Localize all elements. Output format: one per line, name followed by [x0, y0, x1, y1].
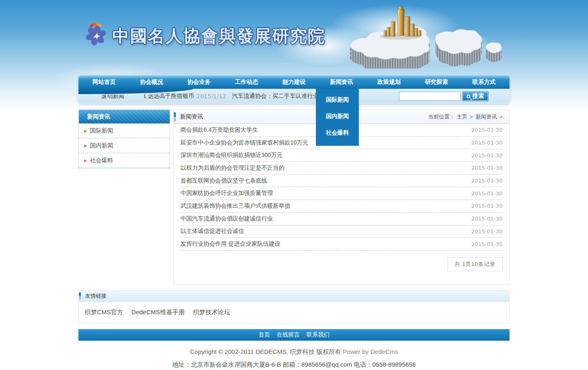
header-banner: 中國名人協會與發展研究院: [78, 0, 510, 75]
breadcrumb-separator: >: [499, 114, 503, 120]
content-area: 新闻资讯 ▶国际新闻 ▶国内新闻 ▶社会爆料 新闻资讯 当前位置：主页>新闻资讯…: [78, 109, 510, 285]
breadcrumb: 当前位置：主页>新闻资讯>: [428, 113, 503, 121]
site-logo-icon: [82, 21, 109, 49]
news-date: 2015-01-30: [471, 241, 503, 247]
sidebar: 新闻资讯 ▶国际新闻 ▶国内新闻 ▶社会爆料: [78, 109, 170, 168]
news-row: 以主体诚信促进社会诚信2015-01-30: [180, 225, 503, 238]
nav-item-research[interactable]: 研究探索: [425, 78, 448, 86]
friendship-links-section: 友情链接 织梦CMS官方 DedeCMS维基手册 织梦技术论坛: [78, 290, 510, 323]
nav-item-business[interactable]: 协会业务: [187, 78, 211, 86]
triangle-bullet-icon: ▶: [84, 159, 87, 163]
news-date: 2015-01-30: [471, 190, 503, 197]
news-date: 2015-01-30: [471, 165, 503, 171]
news-row: 中国汽车流通协会倡议创建诚信行业2015-01-30: [180, 213, 503, 225]
friend-link-dedecms-official[interactable]: 织梦CMS官方: [85, 308, 123, 316]
nav-item-work-trends[interactable]: 工作动态: [235, 78, 258, 86]
triangle-bullet-icon: ▶: [84, 144, 87, 148]
news-date: 2015-01-30: [471, 152, 503, 159]
news-row: 以权力为后盾的协会管理注定是不正当的2015-01-30: [180, 162, 503, 175]
dropdown-item-international-news[interactable]: 国际新闻: [316, 91, 359, 108]
dropdown-item-domestic-news[interactable]: 国内新闻: [316, 108, 359, 124]
nav-item-capacity[interactable]: 能力建设: [282, 78, 306, 86]
news-dropdown-menu: 国际新闻 国内新闻 社会爆料: [316, 89, 359, 146]
news-row: 首都互联网协会倡议坚守七条底线2015-01-30: [180, 175, 503, 187]
friendship-links-title: 友情链接: [85, 292, 107, 300]
news-row: 发挥行业协会作用 促进企业家队伍建设2015-01-30: [180, 238, 503, 251]
news-date: 2015-01-30: [471, 140, 503, 146]
address-line: 地址：北京市新会金水岸国商大厦B-6-B 邮箱：8985656@qq.com 电…: [0, 361, 588, 369]
sidebar-link-international-news[interactable]: ▶国际新闻: [79, 123, 170, 138]
footer-link-guestbook[interactable]: 在线留言: [277, 331, 300, 339]
news-date: 2015-01-30: [471, 203, 503, 209]
sidebar-item-label: 国际新闻: [90, 127, 113, 134]
navigation-container: 网站首页 协会概况 协会业务 工作动态 能力建设 新闻资讯 政策规划 研究探索 …: [78, 75, 510, 103]
sidebar-item-label: 社会爆料: [90, 157, 113, 164]
sidebar-item-domestic-news[interactable]: ▶国内新闻: [79, 138, 170, 153]
breadcrumb-current-link[interactable]: 新闻资讯: [475, 114, 497, 120]
world-map-graphic: [348, 6, 510, 69]
footer-nav-bar: 首页 在线留言 联系我们: [78, 329, 510, 341]
powered-by-text: Power by DedeCms: [343, 348, 398, 355]
footer-link-home[interactable]: 首页: [258, 331, 270, 339]
friendship-links-list: 织梦CMS官方 DedeCMS维基手册 织梦技术论坛: [78, 302, 510, 323]
pagination: 共 1页10条记录: [180, 257, 503, 271]
friendship-links-header: 友情链接: [78, 290, 510, 302]
search-input[interactable]: [399, 92, 461, 101]
nav-item-overview[interactable]: 协会概况: [140, 78, 163, 86]
search-box: 搜索: [399, 91, 488, 101]
news-date: 2015-01-30: [471, 127, 503, 133]
copyright-text: Copyright © 2002-2011 DEDECMS. 织梦科技 版权所有: [190, 348, 341, 355]
site-title: 中國名人協會與發展研究院: [112, 25, 325, 47]
news-title-link[interactable]: 深圳市潮汕商会组织捐款捐物近300万元: [180, 152, 282, 159]
magnifier-icon: [467, 95, 470, 98]
blue-marker-bar: [79, 292, 81, 300]
friend-link-dedecms-forum[interactable]: 织梦技术论坛: [193, 308, 230, 316]
footer-link-contact[interactable]: 联系我们: [306, 331, 330, 339]
pagination-summary: 共 1页10条记录: [448, 257, 503, 271]
sidebar-title: 新闻资讯: [79, 110, 170, 123]
news-title-link[interactable]: 中国家纺协会呼吁企业加强质量管理: [180, 190, 273, 197]
triangle-bullet-icon: ▶: [84, 129, 87, 133]
breadcrumb-separator: >: [470, 114, 473, 120]
news-row: 深圳市潮汕商会组织捐款捐物近300万元2015-01-30: [180, 149, 503, 162]
nav-item-contact[interactable]: 联系方式: [472, 78, 496, 86]
ticker-news-date: 2015/1/12: [197, 93, 226, 100]
ticker-news-link-1[interactable]: 远远高于熊猫银币: [148, 92, 194, 100]
news-title-link[interactable]: 首都互联网协会倡议坚守七条底线: [180, 177, 267, 185]
news-row: 中国家纺协会呼吁企业加强质量管理2015-01-30: [180, 187, 503, 200]
search-button[interactable]: 搜索: [462, 91, 488, 101]
blue-marker-bar: [174, 112, 176, 121]
news-title-link[interactable]: 发挥行业协会作用 促进企业家队伍建设: [180, 240, 280, 248]
golden-buildings: [384, 7, 421, 36]
dropdown-item-social-news[interactable]: 社会爆料: [316, 124, 359, 141]
news-date: 2015-01-30: [471, 228, 503, 235]
news-title-link[interactable]: 延安市中小企业协会为雷赤镇强家塬村捐款10万元: [180, 139, 308, 147]
news-title-link[interactable]: 中国汽车流通协会倡议创建诚信行业: [180, 215, 273, 223]
news-title-link[interactable]: 以主体诚信促进社会诚信: [180, 228, 244, 235]
news-title-link[interactable]: 以权力为后盾的协会管理注定是不正当的: [180, 164, 285, 172]
nav-item-policy[interactable]: 政策规划: [377, 78, 401, 86]
sidebar-item-label: 国内新闻: [90, 142, 113, 149]
nav-item-news[interactable]: 新闻资讯: [330, 78, 353, 86]
news-date: 2015-01-30: [471, 178, 503, 184]
sidebar-link-social-news[interactable]: ▶社会爆料: [79, 153, 170, 168]
news-title-link[interactable]: 商会捐款6.4万资助贫困大学生: [180, 126, 258, 134]
ticker-clipped-char: 直: [144, 92, 148, 100]
ticker-news-link-2[interactable]: 汽车流通协会：买二手车认准行业: [232, 92, 319, 100]
news-title-link[interactable]: 武汉建筑装饰协会推出三项户式供暖新举措: [180, 202, 290, 210]
search-button-label: 搜索: [472, 92, 484, 100]
sidebar-item-international-news[interactable]: ▶国际新闻: [79, 123, 170, 138]
news-date: 2015-01-30: [471, 216, 503, 222]
friend-link-dedecms-wiki[interactable]: DedeCMS维基手册: [131, 308, 185, 316]
breadcrumb-home-link[interactable]: 主页: [457, 114, 467, 120]
sidebar-link-domestic-news[interactable]: ▶国内新闻: [79, 138, 170, 153]
news-row: 武汉建筑装饰协会推出三项户式供暖新举措2015-01-30: [180, 200, 503, 213]
copyright-line: Copyright © 2002-2011 DEDECMS. 织梦科技 版权所有…: [0, 348, 588, 356]
nav-item-home[interactable]: 网站首页: [92, 78, 116, 86]
sidebar-item-social-news[interactable]: ▶社会爆料: [79, 153, 170, 168]
breadcrumb-prefix: 当前位置：: [428, 114, 455, 120]
panel-title: 新闻资讯: [180, 113, 203, 121]
main-navbar: 网站首页 协会概况 协会业务 工作动态 能力建设 新闻资讯 政策规划 研究探索 …: [78, 75, 510, 89]
